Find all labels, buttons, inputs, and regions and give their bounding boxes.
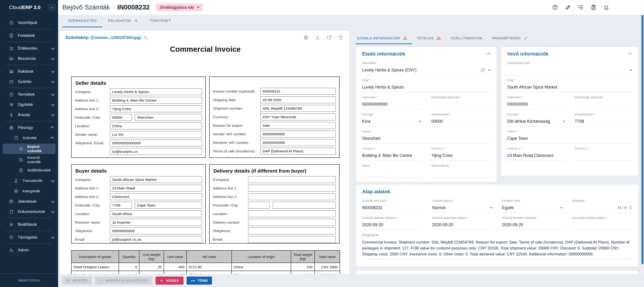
- supplier-field[interactable]: Beszállító * Lovely Herbs & Spices (CNY): [362, 58, 490, 75]
- invoice-number-field[interactable]: Számla sorszám * IN0008232: [362, 196, 422, 213]
- status-badge[interactable]: Jóváhagyásra vár: [156, 4, 203, 11]
- breadcrumb-section[interactable]: Bejövő Számlák: [62, 4, 110, 11]
- sidebar-item-delivery-notes[interactable]: Szállítólevelek: [0, 165, 58, 175]
- seller-country-field[interactable]: Ország * Kína: [362, 109, 421, 127]
- chevron-down-icon[interactable]: [562, 121, 565, 122]
- chevron-down-icon[interactable]: [419, 121, 421, 122]
- buyer-address1-field[interactable]: Címsor 1 * 23 Main Road Claremont: [507, 144, 565, 161]
- field-label: Bank: [362, 164, 421, 167]
- chevron-down-icon[interactable]: [560, 207, 562, 209]
- chevron-down-icon[interactable]: [630, 70, 632, 71]
- seller-company-field[interactable]: Cég * Lovely Herbs & Spices: [362, 75, 490, 92]
- sidebar-item-incoming-invoices[interactable]: Bejövő számlák: [2, 144, 56, 154]
- buyer-city-field[interactable]: Város * Cape Town: [507, 127, 632, 144]
- field-value: Kína: [362, 119, 370, 124]
- sidebar-item-sales[interactable]: Értékesítés: [0, 43, 58, 53]
- seller-city-field[interactable]: Város Shenzhen: [362, 127, 490, 144]
- seller-bank-field[interactable]: Bank: [362, 161, 421, 178]
- panel-scrollbar[interactable]: [641, 15, 644, 274]
- sidebar-item-label: Gyártás: [18, 79, 32, 84]
- invoice-type-field[interactable]: Számla típusa * Normál: [432, 196, 492, 213]
- sidebar-item-support[interactable]: Támogatás: [0, 232, 58, 242]
- divider: [6, 29, 52, 29]
- sidebar-item-settings[interactable]: Beállítások: [0, 219, 58, 229]
- chevron-down-icon[interactable]: [488, 70, 490, 71]
- chevron-down-icon: [51, 69, 55, 73]
- sidebar-item-finance[interactable]: Pénzügy: [0, 123, 58, 133]
- exchange-rate-field[interactable]: Árfolyam Ft / ¥: [572, 196, 632, 213]
- save-button[interactable]: MENTÉS: [62, 276, 92, 285]
- sidebar-item-reports[interactable]: Jelentések: [0, 196, 58, 206]
- tab-line-items[interactable]: TÉTELEK: [412, 33, 446, 44]
- sidebar-item-products[interactable]: Termékek: [0, 89, 58, 100]
- tab-parameters[interactable]: PARAMÉTEREK: [487, 33, 533, 44]
- collapse-section-icon[interactable]: [628, 52, 632, 57]
- refresh-icon[interactable]: [628, 206, 632, 210]
- seller-bankaccount-field[interactable]: Bankszámla: [431, 161, 490, 178]
- sidebar-item-invoices[interactable]: Számlák: [0, 133, 58, 143]
- planned-payment-date-field[interactable]: Tervezett fizetési dátum: [572, 213, 632, 230]
- sidebar-item-procurement[interactable]: Beszerzés: [0, 53, 58, 64]
- sidebar-item-manufacturing[interactable]: Gyártás: [0, 76, 58, 87]
- sidebar-item-admin[interactable]: Admin: [0, 245, 58, 255]
- print-icon[interactable]: [303, 35, 308, 40]
- save-and-next-button[interactable]: MENTÉS & KÖVETKEZŐ: [95, 276, 152, 285]
- sidebar-item-customers[interactable]: Ügyfelek: [0, 100, 58, 110]
- plus-icon[interactable]: [134, 18, 138, 23]
- note-field[interactable]: Megjegyzés Commercial Invoice. Shipment …: [362, 230, 632, 259]
- clipboard-icon[interactable]: [590, 4, 596, 11]
- buyer-eu-taxnumber-field[interactable]: Közösségi adószám: [575, 92, 632, 109]
- chevron-down-icon: [51, 92, 55, 96]
- download-icon[interactable]: [315, 35, 320, 40]
- bell-icon[interactable]: [603, 4, 610, 11]
- seller-eu-taxnumber-field[interactable]: Közösségi adószám: [431, 92, 490, 109]
- checklist-icon[interactable]: [578, 4, 584, 11]
- col-header: Total weight (kg): [291, 250, 315, 263]
- sidebar-item-transactions[interactable]: Tranzakciók: [0, 175, 58, 186]
- buyer-zip-field[interactable]: Irányítószám * 7708: [575, 109, 632, 127]
- open-external-icon[interactable]: [480, 68, 485, 72]
- buyer-country-field[interactable]: Ország * Dél-afrikai Köztársaság: [507, 109, 565, 127]
- chevron-down-icon: [51, 209, 55, 213]
- collapse-section-icon[interactable]: [486, 52, 490, 57]
- open-external-icon[interactable]: [326, 35, 332, 40]
- fulfillment-date-field[interactable]: Számla teljesítési dátum * 2020-09-20: [432, 213, 492, 230]
- sidebar-item-documents[interactable]: Dokumentumok: [0, 206, 58, 217]
- seller-taxnumber-field[interactable]: Adószám * 00000000000: [362, 92, 421, 109]
- buyer-company-field[interactable]: Cég * South African Spice Market: [507, 75, 632, 92]
- chevron-down-icon: [51, 46, 55, 50]
- sidebar-item-categories[interactable]: Kategóriák: [0, 186, 58, 196]
- delete-icon[interactable]: [338, 35, 343, 40]
- buyer-address2-field[interactable]: Címsor 2: [575, 144, 632, 161]
- sidebar-collapse-button[interactable]: ‹: [48, 4, 55, 11]
- tab-edit[interactable]: SZERKESZTÉS: [62, 15, 102, 27]
- chevron-down-icon[interactable]: [490, 207, 492, 209]
- field-label: Megjegyzés: [362, 233, 632, 237]
- scan-label: Sender VAT number:: [213, 132, 260, 136]
- sidebar-item-outgoing-invoices[interactable]: Kimenő számlák: [0, 155, 58, 165]
- scrollbar-thumb[interactable]: [642, 15, 644, 264]
- sidebar-item-tasks[interactable]: Feladatok: [0, 30, 58, 41]
- collapse-viewer-icon[interactable]: [144, 36, 148, 40]
- seller-address1-field[interactable]: Címsor 1 Building 4, Main Blv Centre: [362, 144, 421, 161]
- tab-history[interactable]: TÖRTÉNET: [144, 15, 177, 27]
- billing-account-field[interactable]: Számlázási fiók: [507, 58, 632, 75]
- buyer-taxnumber-field[interactable]: Adószám * 000000000: [507, 92, 565, 109]
- help-icon[interactable]: [552, 4, 558, 11]
- scan-value: DAP (Delivered At Place): [260, 148, 336, 155]
- issue-date-field[interactable]: Számla kiállítás dátuma * 2020-09-20: [362, 213, 422, 230]
- seller-zip-field[interactable]: Irányítószám 00000: [431, 109, 490, 127]
- tab-shipments[interactable]: SZÁLLÍTMÁNYOK: [446, 33, 487, 44]
- back-button[interactable]: VISSZA: [156, 276, 184, 285]
- seller-address2-field[interactable]: Címsor 2 Yijing Cntre: [431, 144, 490, 161]
- sidebar-item-dashboard[interactable]: Vezérlőpult: [0, 18, 58, 28]
- payment-method-field[interactable]: Fizetési mód Egyéb: [502, 196, 562, 213]
- due-date-field[interactable]: Számla fizetési határidő * 2020-09-20: [502, 213, 562, 230]
- more-button[interactable]: ••• TÖBB: [186, 276, 212, 285]
- tab-invoice-info[interactable]: SZÁMLA INFORMÁCIÓK: [356, 33, 412, 44]
- rocket-icon[interactable]: [565, 4, 571, 11]
- sidebar-item-warehouses[interactable]: Raktárak: [0, 66, 58, 76]
- sidebar-item-pricing[interactable]: Árazás: [0, 110, 58, 120]
- tab-tasks[interactable]: FELADATOK: [102, 15, 144, 27]
- scan-value: Lui Xhi: [110, 131, 202, 138]
